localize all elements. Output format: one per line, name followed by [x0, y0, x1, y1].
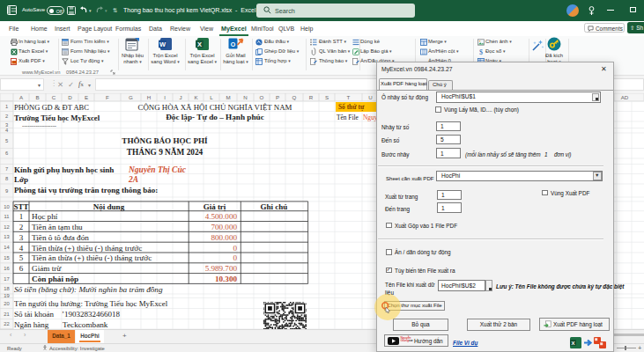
svg-text:X: X — [571, 341, 574, 346]
